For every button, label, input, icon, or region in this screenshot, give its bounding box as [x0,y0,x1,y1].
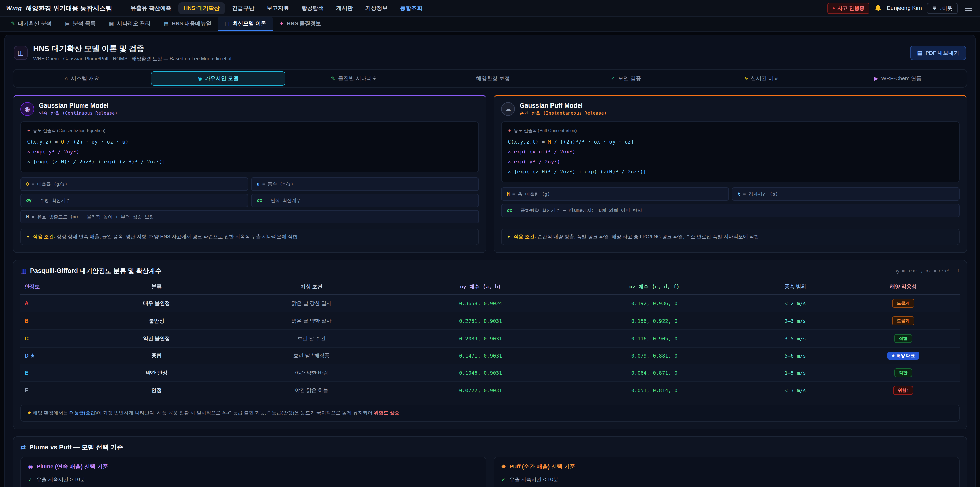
list-icon: ▤ [65,21,70,27]
tab-marine-correction[interactable]: ≈ 해양환경 보정 [423,71,557,86]
orb-icon: ◉ [28,463,33,470]
status-badge: ★ 해양 대표 [887,352,919,359]
nav-item-weather[interactable]: 기상정보 [360,2,393,14]
subnav-hns-substance-info[interactable]: ✦ HNS 물질정보 [273,17,328,31]
col-weather: 기상 조건 [227,279,396,294]
puff-subtitle: 순간 방출 (Instantaneous Release) [520,110,607,116]
param-sigma-y: σy = 수평 확산계수 [21,194,248,207]
tab-gaussian-model[interactable]: ◉ 가우시안 모델 [151,71,285,86]
subnav-analysis-list[interactable]: ▤ 분석 목록 [59,17,103,31]
param-sigma-z: σz = 연직 확산계수 [251,194,479,207]
plume-criteria-panel: ◉ Plume (연속 배출) 선택 기준 ✓유출 지속시간 > 10분 ✓탱크… [21,457,487,487]
pdf-export-button[interactable]: ▤ PDF 내보내기 [910,46,966,60]
bulb-icon: ✦ [26,234,30,241]
plume-model-card: ◉ Gaussian Plume Model 연속 방출 (Continuous… [13,95,487,253]
selection-panels: ◉ Plume (연속 배출) 선택 기준 ✓유출 지속시간 > 10분 ✓탱크… [21,457,959,487]
puff-criteria-header: ✸ Puff (순간 배출) 선택 기준 [501,463,952,470]
list-item: ✓유출 지속시간 < 10분 [501,474,952,485]
param-sigma-x: σx = 풍하방향 확산계수 — Plume에서는 u에 의해 이미 반영 [501,204,959,217]
subnav-label: 확산모델 이론 [232,20,266,27]
subnav-hns-manual[interactable]: ▧ HNS 대응매뉴얼 [157,17,218,31]
app-logo: Wing [6,5,22,12]
page-subtitle: WRF-Chem · Gaussian Plume/Puff · ROMS · … [33,56,233,62]
check-icon: ✓ [28,485,32,487]
page-title: HNS 대기확산 모델 이론 및 검증 [33,43,233,54]
table-title: ▥ Pasquill-Gifford 대기안정도 분류 및 확산계수 [21,267,162,275]
section-tabs: ⌂ 시스템 개요 ◉ 가우시안 모델 ✎ 물질별 시나리오 ≈ 해양환경 보정 … [13,69,967,88]
tab-model-validation[interactable]: ✓ 모델 검증 [558,71,693,86]
nav-item-board[interactable]: 게시판 [331,2,358,14]
table-header-row: ▥ Pasquill-Gifford 대기안정도 분류 및 확산계수 σy = … [21,267,959,275]
puff-equation-label: ✦ 농도 산출식 (Puff Concentration) [508,126,953,135]
param-u: u = 풍속 (m/s) [251,177,479,191]
puff-model-card: ☁ Gaussian Puff Model 순간 방출 (Instantaneo… [493,95,967,253]
notification-bell-icon[interactable] [875,5,882,12]
plume-criteria-list: ✓유출 지속시간 > 10분 ✓탱크 균열/배관 파손 — 지속적 누출 ✓풍속… [28,474,479,487]
chart-icon: ◫ [224,21,229,27]
puff-avatar-icon: ☁ [501,102,515,116]
tab-wrf-chem[interactable]: ▶ WRF-Chem 연동 [831,71,965,86]
dispersion-formula: σy = a·xᵇ , σz = c·xᵈ + f [894,268,959,273]
plume-equation-block: ✦ 농도 산출식 (Concentration Equation) C(x,y,… [21,121,479,172]
logout-button[interactable]: 로그아웃 [927,3,958,14]
status-badge: 드물게 [892,316,915,325]
nav-item-rescue[interactable]: 긴급구난 [227,2,259,14]
puff-eq-line4: × [exp(-(z-H)² / 2σz²) + exp(-(z+H)² / 2… [508,167,953,177]
nav-item-aerial-search[interactable]: 항공탐색 [296,2,329,14]
pin-icon: ✦ [508,127,511,134]
puff-criteria-panel: ✸ Puff (순간 배출) 선택 기준 ✓유출 지속시간 < 10분 ✓탱크 … [493,457,959,487]
model-selection-card: ⇄ Plume vs Puff — 모델 선택 기준 ◉ Plume (연속 배… [13,436,967,487]
table-row[interactable]: F안정야간 맑은 하늘0.0722, 0.90310.051, 0.814, 0… [21,382,959,399]
puff-eq-line2: × exp(-(x-ut)² / 2σx²) [508,147,953,157]
table-footnote: ★ 해양 환경에서는 D 등급(중립)이 가장 빈번하게 나타난다. 해풍·육풍… [21,404,959,422]
col-grade: 안정도 [21,279,86,294]
nav-item-hns-diffusion[interactable]: HNS·대기확산 [178,2,225,14]
tab-substance-scenario[interactable]: ✎ 물질별 시나리오 [287,71,422,86]
col-sigma-y: σy 계수 (a, b) [396,279,565,294]
plume-eq-line1: C(x,y,z) = Q / (2π · σy · σz · u) [27,137,472,147]
top-navbar: Wing 해양환경 위기대응 통합시스템 유출유 확산예측 HNS·대기확산 긴… [0,0,980,17]
list-item: ✓탱크 폭발/BLEVE — 순간 방출 [501,485,952,487]
subnav-model-theory[interactable]: ◫ 확산모델 이론 [218,17,273,31]
col-class: 분류 [86,279,227,294]
subnav-scenario-manage[interactable]: ▦ 시나리오 관리 [102,17,157,31]
puff-eq-line3: × exp(-y² / 2σy²) [508,157,953,167]
nav-item-integrated-search[interactable]: 통합조회 [395,2,428,14]
page-glyph-icon: ◫ [18,49,24,57]
check-icon: ✓ [28,474,32,485]
incident-status-badge[interactable]: ● 사고 진행중 [827,3,870,14]
subnav-label: 시나리오 관리 [117,20,151,27]
puff-equation-block: ✦ 농도 산출식 (Puff Concentration) C(x,y,z,t)… [501,121,959,182]
tab-label: WRF-Chem 연동 [881,75,922,82]
subnav-label: 대기확산 분석 [18,20,52,27]
check-icon: ✓ [501,485,506,487]
tab-label: 실시간 비교 [751,75,779,82]
puff-title: Gaussian Puff Model [520,102,607,109]
table-row[interactable]: C약간 불안정흐린 날 주간0.2089, 0.90310.116, 0.905… [21,330,959,347]
status-badge: 위험↑ [893,386,913,395]
hamburger-menu-icon[interactable] [963,3,974,13]
home-icon: ⌂ [65,76,68,81]
tab-system-overview[interactable]: ⌂ 시스템 개요 [15,71,149,86]
wave-icon: ≈ [470,76,473,81]
burst-icon: ✸ [501,463,506,470]
pasquill-gifford-card: ▥ Pasquill-Gifford 대기안정도 분류 및 확산계수 σy = … [13,260,967,429]
table-row[interactable]: B불안정맑은 날 약한 일사0.2751, 0.90310.156, 0.922… [21,312,959,330]
selection-title: ⇄ Plume vs Puff — 모델 선택 기준 [21,443,959,452]
col-wind: 풍속 범위 [744,279,847,294]
puff-application-note: ✦ 적용 조건: 순간적 대량 방출, 폭발·탱크 파열. 해양 사고 중 LP… [501,228,959,245]
app-title: 해양환경 위기대응 통합시스템 [25,4,112,13]
subnav-label: HNS 물질정보 [287,20,321,27]
list-item: ✓유출 지속시간 > 10분 [28,474,479,485]
table-row[interactable]: A매우 불안정맑은 날 강한 일사0.3658, 0.90240.192, 0.… [21,294,959,312]
main-nav: 유출유 확산예측 HNS·대기확산 긴급구난 보고자료 항공탐색 게시판 기상정… [125,2,428,14]
pin-icon: ✦ [27,127,30,134]
nav-item-oil-spill[interactable]: 유출유 확산예측 [125,2,177,14]
tab-realtime-compare[interactable]: ϟ 실시간 비교 [695,71,829,86]
subnav-diffusion-analysis[interactable]: ✎ 대기확산 분석 [4,17,59,31]
nav-item-reports[interactable]: 보고자료 [262,2,294,14]
table-row[interactable]: E약간 안정야간 약한 바람0.1046, 0.90310.064, 0.871… [21,364,959,382]
table-row[interactable]: D ★중립흐린 날 / 해상풍0.1471, 0.90310.079, 0.88… [21,347,959,364]
pdf-export-label: PDF 내보내기 [925,49,959,56]
stability-table: 안정도 분류 기상 조건 σy 계수 (a, b) σz 계수 (c, d, f… [21,279,959,399]
